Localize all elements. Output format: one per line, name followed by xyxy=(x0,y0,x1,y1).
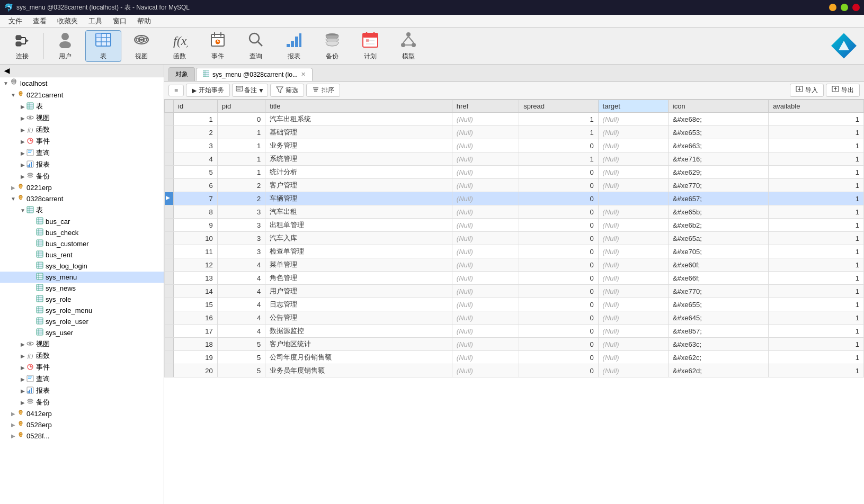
cell-target[interactable]: (Null) xyxy=(598,126,668,139)
cell-href[interactable]: (Null) xyxy=(452,139,519,152)
cell-available[interactable]: 1 xyxy=(769,311,864,325)
toolbar-event[interactable]: 事件 xyxy=(200,30,236,62)
sidebar-item-0328carrent[interactable]: ▼ 0328carrent xyxy=(0,193,164,204)
table-row[interactable]: 113检查单管理(Null)0(Null)&#xe705;1 xyxy=(165,245,864,258)
cell-spread[interactable]: 0 xyxy=(519,166,598,179)
begin-transaction-btn[interactable]: ▶ 开始事务 xyxy=(186,84,230,97)
cell-pid[interactable]: 3 xyxy=(217,232,265,245)
col-pid[interactable]: pid xyxy=(217,100,265,113)
sidebar-item-0221carrent[interactable]: ▼ 0221carrent xyxy=(0,89,164,101)
sidebar-item-0328carrent-query[interactable]: ▶ 查询 xyxy=(0,373,164,385)
cell-target[interactable]: (Null) xyxy=(598,338,668,351)
sidebar-item-0221carrent-event[interactable]: ▶ 事件 xyxy=(0,136,164,147)
cell-href[interactable]: (Null) xyxy=(452,245,519,258)
cell-target[interactable]: (Null) xyxy=(598,364,668,377)
table-row[interactable]: 134角色管理(Null)0(Null)&#xe66f;1 xyxy=(165,272,864,285)
sidebar-collapse-arrow[interactable]: ◀ xyxy=(4,67,10,75)
cell-available[interactable]: 1 xyxy=(769,139,864,152)
col-available[interactable]: available xyxy=(769,100,864,113)
sidebar-item-localhost[interactable]: ▼ localhost xyxy=(0,77,164,89)
cell-title[interactable]: 公告管理 xyxy=(265,311,452,325)
cell-title[interactable]: 业务管理 xyxy=(265,139,452,152)
cell-available[interactable]: 1 xyxy=(769,285,864,298)
cell-title[interactable]: 汽车出租 xyxy=(265,205,452,219)
sidebar-item-0221carrent-report[interactable]: ▶ 报表 xyxy=(0,159,164,170)
cell-title[interactable]: 公司年度月份销售额 xyxy=(265,351,452,364)
cell-id[interactable]: 13 xyxy=(174,272,218,285)
cell-spread[interactable]: 0 xyxy=(519,258,598,272)
cell-id[interactable]: 18 xyxy=(174,338,218,351)
cell-available[interactable]: 1 xyxy=(769,351,864,364)
table-row[interactable]: 62客户管理(Null)0(Null)&#xe770;1 xyxy=(165,179,864,192)
cell-href[interactable]: (Null) xyxy=(452,258,519,272)
cell-id[interactable]: 19 xyxy=(174,351,218,364)
cell-available[interactable]: 1 xyxy=(769,364,864,377)
cell-href[interactable]: (Null) xyxy=(452,205,519,219)
cell-id[interactable]: 6 xyxy=(174,179,218,192)
export-btn[interactable]: 导出 xyxy=(826,84,860,97)
cell-spread[interactable]: 0 xyxy=(519,219,598,232)
sidebar-item-0528erp[interactable]: ▶ 0528erp xyxy=(0,419,164,430)
cell-icon[interactable]: &#xe857; xyxy=(668,325,768,338)
col-icon[interactable]: icon xyxy=(668,100,768,113)
filter-btn[interactable]: 筛选 xyxy=(270,84,304,97)
cell-title[interactable]: 车辆管理 xyxy=(265,192,452,205)
import-btn[interactable]: 导入 xyxy=(790,84,824,97)
cell-title[interactable]: 出租单管理 xyxy=(265,219,452,232)
cell-icon[interactable]: &#xe653; xyxy=(668,126,768,139)
table-row[interactable]: 72车辆管理(Null)0&#xe657;1 xyxy=(165,192,864,205)
cell-title[interactable]: 统计分析 xyxy=(265,166,452,179)
cell-icon[interactable]: &#xe657; xyxy=(668,192,768,205)
cell-href[interactable]: (Null) xyxy=(452,311,519,325)
cell-pid[interactable]: 4 xyxy=(217,285,265,298)
cell-icon[interactable]: &#xe645; xyxy=(668,311,768,325)
cell-title[interactable]: 汽车出租系统 xyxy=(265,113,452,126)
cell-icon[interactable]: &#xe63c; xyxy=(668,338,768,351)
cell-spread[interactable]: 0 xyxy=(519,364,598,377)
table-row[interactable]: 21基础管理(Null)1(Null)&#xe653;1 xyxy=(165,126,864,139)
toolbar-function[interactable]: f(x) 函数 xyxy=(162,30,198,62)
cell-title[interactable]: 基础管理 xyxy=(265,126,452,139)
sidebar-table-sys-role-menu[interactable]: ▶ sys_role_menu xyxy=(0,305,164,316)
sidebar-item-0221carrent-query[interactable]: ▶ 查询 xyxy=(0,147,164,159)
cell-title[interactable]: 客户地区统计 xyxy=(265,338,452,351)
cell-title[interactable]: 客户管理 xyxy=(265,179,452,192)
menu-favorites[interactable]: 收藏夹 xyxy=(53,15,82,27)
cell-pid[interactable]: 4 xyxy=(217,325,265,338)
cell-pid[interactable]: 3 xyxy=(217,245,265,258)
sidebar-item-0221carrent-table[interactable]: ▶ 表 xyxy=(0,101,164,112)
table-row[interactable]: 164公告管理(Null)0(Null)&#xe645;1 xyxy=(165,311,864,325)
sidebar-table-bus-check[interactable]: ▶ bus_check xyxy=(0,227,164,238)
cell-available[interactable]: 1 xyxy=(769,113,864,126)
cell-pid[interactable]: 4 xyxy=(217,272,265,285)
cell-id[interactable]: 4 xyxy=(174,152,218,166)
cell-title[interactable]: 汽车入库 xyxy=(265,232,452,245)
sidebar-item-0412erp[interactable]: ▶ 0412erp xyxy=(0,408,164,419)
menu-tools[interactable]: 工具 xyxy=(84,15,106,27)
cell-spread[interactable]: 0 xyxy=(519,205,598,219)
sidebar-table-sys-role-user[interactable]: ▶ sys_role_user xyxy=(0,316,164,327)
cell-target[interactable]: (Null) xyxy=(598,258,668,272)
toolbar-user[interactable]: 用户 xyxy=(47,30,83,62)
cell-icon[interactable]: &#xe655; xyxy=(668,298,768,311)
table-row[interactable]: 205业务员年度销售额(Null)0(Null)&#xe62d;1 xyxy=(165,364,864,377)
cell-id[interactable]: 9 xyxy=(174,219,218,232)
cell-pid[interactable]: 5 xyxy=(217,351,265,364)
cell-title[interactable]: 用户管理 xyxy=(265,285,452,298)
menu-window[interactable]: 窗口 xyxy=(109,15,131,27)
cell-icon[interactable]: &#xe770; xyxy=(668,179,768,192)
cell-icon[interactable]: &#xe62c; xyxy=(668,351,768,364)
col-spread[interactable]: spread xyxy=(519,100,598,113)
cell-available[interactable]: 1 xyxy=(769,219,864,232)
cell-icon[interactable]: &#xe66f; xyxy=(668,272,768,285)
table-row[interactable]: 41系统管理(Null)1(Null)&#xe716;1 xyxy=(165,152,864,166)
cell-spread[interactable]: 1 xyxy=(519,126,598,139)
toolbar-query[interactable]: 查询 xyxy=(238,30,274,62)
sidebar-item-0328carrent-view[interactable]: ▶ 视图 xyxy=(0,338,164,350)
col-id[interactable]: id xyxy=(174,100,218,113)
cell-pid[interactable]: 4 xyxy=(217,298,265,311)
cell-target[interactable]: (Null) xyxy=(598,219,668,232)
cell-target[interactable]: (Null) xyxy=(598,232,668,245)
cell-pid[interactable]: 1 xyxy=(217,126,265,139)
cell-available[interactable]: 1 xyxy=(769,166,864,179)
